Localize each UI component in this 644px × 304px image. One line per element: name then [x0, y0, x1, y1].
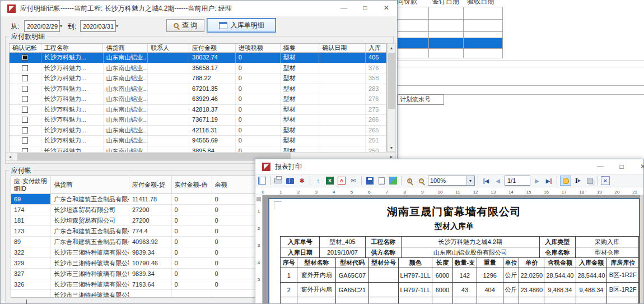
table-row[interactable]: 89 广东合和建筑五金制品有限公司 40963.92 0 0 [11, 237, 255, 247]
plan-serial-field[interactable]: 计划流水号 [398, 94, 444, 105]
hand-tool-button[interactable] [560, 176, 571, 186]
column-header[interactable]: 入库 [366, 44, 386, 52]
column-header[interactable]: 确认日期 [319, 44, 366, 52]
vertical-scrollbar[interactable]: ▲ ▼ [387, 43, 396, 152]
id-cell[interactable]: 181 [11, 215, 51, 225]
chevron-down-icon[interactable]: ▾ [60, 24, 62, 29]
html-export-icon[interactable] [388, 176, 398, 186]
column-header[interactable]: 确认记帐 [10, 44, 41, 52]
id-cell[interactable]: 322 [11, 247, 51, 257]
table-row[interactable] [387, 48, 503, 58]
confirm-checkbox[interactable] [22, 148, 28, 152]
table-row[interactable]: 长沙万科魅力... 山东南山铝业... 38032.74 0 型材 405 [10, 53, 386, 63]
scrollbar-thumb[interactable] [17, 153, 291, 160]
copy-icon[interactable] [585, 176, 595, 186]
titlebar[interactable]: 报表打印 — □ ✕ [255, 159, 643, 174]
scroll-left-icon[interactable]: ◄ [6, 153, 14, 160]
zoom-in-icon[interactable]: + [404, 176, 414, 186]
confirm-checkbox[interactable] [22, 96, 28, 102]
column-header[interactable]: 进项税额 [236, 44, 281, 52]
id-cell[interactable]: 174 [11, 205, 51, 215]
table-row[interactable] [387, 31, 503, 38]
from-date-combo[interactable]: 2020/02/29 ▾ [24, 20, 60, 32]
table-row[interactable]: 长沙万科魅力... 山东南山铝业... 3895.84 0 型材 250 [10, 146, 386, 153]
column-header[interactable]: 摘要 [281, 44, 320, 52]
id-cell[interactable]: 327 [11, 269, 51, 279]
table-row[interactable]: 长沙万科魅力... 山东南山铝业... 42118.31 0 型材 265 [10, 126, 386, 136]
chevron-down-icon[interactable]: ▾ [116, 24, 118, 29]
id-cell[interactable]: 173 [11, 226, 51, 236]
scroll-down-icon[interactable]: ▼ [388, 144, 395, 151]
confirm-checkbox[interactable] [22, 54, 28, 61]
selected-table-row[interactable] [387, 38, 503, 48]
zoom-out-icon[interactable]: − [416, 176, 426, 186]
last-page-button[interactable]: ▶| [544, 176, 554, 186]
zoom-level-combo[interactable]: 100% ▾ [428, 176, 475, 186]
page-setup-icon[interactable] [376, 176, 386, 186]
confirm-checkbox[interactable] [22, 75, 28, 81]
table-row[interactable] [387, 19, 503, 31]
export-icon[interactable]: ↑ [313, 176, 323, 186]
column-header[interactable]: 供货商 [103, 44, 148, 52]
id-cell[interactable]: 69 [11, 194, 51, 204]
confirm-checkbox[interactable] [22, 117, 28, 123]
vertical-scrollbar[interactable] [640, 195, 643, 303]
close-button[interactable]: ✕ [632, 159, 644, 175]
pdf-export-icon[interactable]: A [337, 176, 347, 186]
column-header[interactable]: 应付金额-贷 [129, 176, 172, 194]
table-row[interactable]: 181 长沙坦森贸易有限公司 27200 0 0 [11, 215, 255, 226]
table-row[interactable]: 长沙万科魅力... 山东南山铝业... 63929.46 0 型材 276 [10, 94, 386, 105]
column-header[interactable]: 应付金额 [189, 44, 236, 52]
excel-export-icon[interactable]: X [325, 176, 335, 186]
page-indicator[interactable]: 1/1 [505, 176, 530, 186]
maximize-button[interactable]: □ [611, 159, 632, 175]
table-row[interactable]: 长沙万科魅力... 山东南山铝业... 788.22 0 型材 358 [10, 73, 386, 84]
close-preview-button[interactable]: ✕ [601, 176, 610, 185]
book-preview-icon[interactable] [285, 176, 295, 186]
report-canvas[interactable]: 12345 湖南亘晟门窗幕墙有限公司 型材入库单 入库单号 型材_405 工程名… [255, 195, 643, 303]
minimize-button[interactable]: — [333, 1, 354, 16]
next-page-button[interactable]: ▶ [532, 176, 542, 186]
confirm-checkbox[interactable] [22, 65, 28, 71]
table-row[interactable]: 69 广东合和建筑五金制品有限公司 11411.78 0 0 [11, 194, 255, 205]
column-header[interactable]: 供货商 [51, 176, 129, 194]
print-icon[interactable] [273, 176, 283, 186]
table-row[interactable]: 326 长沙市三湘特种玻璃有限公司 7193.64 0 0 [11, 279, 255, 290]
table-row[interactable]: 长沙万科魅力... 山东南山铝业... 67201.35 0 型材 283 [10, 84, 386, 95]
maximize-button[interactable]: □ [354, 1, 376, 16]
column-header[interactable]: 应-实付款明 细ID [11, 176, 51, 194]
table-row[interactable]: 329 长沙市三湘特种玻璃有限公司 10790.46 0 0 [11, 258, 255, 269]
inbound-detail-button[interactable]: 入库单明细 [207, 18, 276, 33]
id-cell[interactable]: 89 [11, 237, 51, 247]
outline-icon[interactable] [257, 176, 267, 186]
column-header[interactable]: 余额 [212, 176, 255, 194]
first-page-button[interactable]: |◀ [481, 176, 491, 186]
id-cell[interactable]: 326 [11, 279, 51, 289]
chevron-down-icon[interactable]: ▾ [466, 176, 474, 185]
save-icon[interactable] [365, 176, 375, 186]
query-button[interactable]: 查 询 [166, 19, 204, 32]
titlebar[interactable]: 应付明细记帐------当前工程: 长沙万科魅力之城4.2期------当前用户… [1, 1, 397, 16]
confirm-checkbox[interactable] [22, 107, 28, 113]
confirm-checkbox[interactable] [22, 86, 28, 92]
settings-icon[interactable]: ✱ [297, 176, 307, 186]
table-row[interactable]: 长沙市三湘特种玻璃有限公司 [11, 290, 255, 298]
scroll-up-icon[interactable]: ▲ [388, 44, 395, 52]
table-row[interactable]: 174 长沙坦森贸易有限公司 27200 0 0 [11, 205, 255, 215]
minimize-button[interactable]: — [590, 159, 611, 175]
prev-page-button[interactable]: ◀ [493, 176, 503, 186]
table-row[interactable]: 173 广东合和建筑五金制品有限公司 774.4 0 0 [11, 226, 255, 237]
close-button[interactable]: ✕ [376, 1, 397, 16]
text-select-tool-button[interactable]: I▶ [573, 176, 583, 186]
mail-icon[interactable]: ✉ [348, 176, 358, 186]
id-cell[interactable] [11, 290, 51, 298]
confirm-checkbox[interactable] [22, 137, 28, 144]
confirm-checkbox[interactable] [22, 127, 28, 133]
scrollbar-thumb[interactable] [388, 53, 395, 109]
column-header[interactable]: 联系人 [148, 44, 189, 52]
column-header[interactable]: 工程名称 [41, 44, 104, 52]
table-row[interactable]: 长沙万科魅力... 山东南山铝业... 35658.17 0 型材 376 [10, 63, 386, 74]
to-date-combo[interactable]: 2020/03/31 ▾ [80, 20, 116, 32]
id-cell[interactable]: 329 [11, 258, 51, 268]
table-row[interactable]: 长沙万科魅力... 山东南山铝业... 42818.37 0 型材 275 [10, 105, 386, 116]
